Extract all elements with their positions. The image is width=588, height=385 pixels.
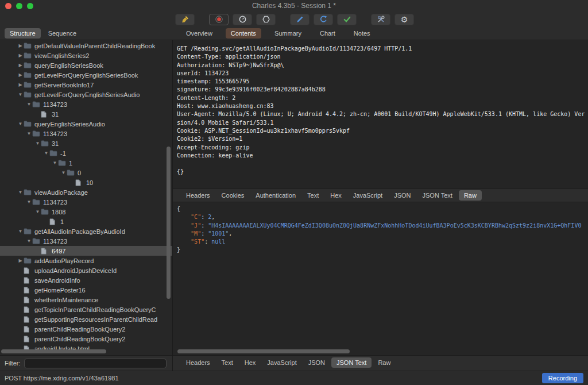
expand-arrow-icon[interactable]: ▶ (17, 72, 24, 78)
breakpoints-button[interactable] (256, 14, 276, 25)
tree-item[interactable]: saveAndroidInfo (0, 275, 172, 285)
request-tab-authentication[interactable]: Authentication (250, 190, 301, 201)
response-tab-json-text[interactable]: JSON Text (331, 357, 372, 368)
tree-item[interactable]: 31 (0, 109, 172, 119)
compose-button[interactable] (290, 14, 310, 25)
collapse-arrow-icon[interactable]: ▼ (34, 209, 41, 214)
file-icon (24, 306, 33, 313)
request-tab-json[interactable]: JSON (389, 190, 416, 201)
collapse-arrow-icon[interactable]: ▼ (26, 238, 32, 244)
throttle-button[interactable] (233, 14, 252, 25)
response-tab-json[interactable]: JSON (303, 357, 330, 368)
collapse-arrow-icon[interactable]: ▼ (17, 92, 24, 97)
collapse-arrow-icon[interactable]: ▼ (34, 141, 41, 146)
expand-arrow-icon[interactable]: ▶ (17, 82, 24, 87)
clear-button[interactable] (175, 14, 195, 25)
sidebar-horizontal-scrollbar[interactable] (1, 349, 106, 353)
response-horizontal-scrollbar[interactable] (177, 349, 350, 353)
main-tab-chart[interactable]: Chart (315, 28, 341, 38)
tree-item[interactable]: getTopicInParentChildReadingBookQueryC (0, 305, 172, 314)
tree-item[interactable]: ▶getLevelForQueryEnglishSeriesBook (0, 70, 172, 80)
tree-item[interactable]: ▼0 (0, 168, 172, 178)
tree-item[interactable]: uploadAndroidJpushDeviceId (0, 265, 172, 275)
folder-icon (24, 52, 33, 59)
tree-item[interactable]: ▼queryEnglishSeriesAudio (0, 119, 172, 129)
response-tab-headers[interactable]: Headers (181, 357, 215, 368)
main-tab-notes[interactable]: Notes (349, 28, 376, 38)
tree-item[interactable]: ▼1134723 (0, 99, 172, 109)
tree-item[interactable]: ▼1134723 (0, 129, 172, 138)
response-tab-hex[interactable]: Hex (239, 357, 261, 368)
collapse-arrow-icon[interactable]: ▼ (60, 170, 67, 175)
tree-item[interactable]: getHomePoster16 (0, 285, 172, 295)
tree-item[interactable]: ▼getLevelForQueryEnglishSeriesAudio (0, 90, 172, 99)
main-tab-overview[interactable]: Overview (181, 28, 218, 38)
tree-item[interactable]: ▶addAudioPlayRecord (0, 256, 172, 265)
tree-item-label: 10 (86, 179, 93, 186)
request-tab-cookies[interactable]: Cookies (216, 190, 250, 201)
expand-arrow-icon[interactable]: ▶ (17, 53, 24, 58)
tree-item[interactable]: ▶getDefaultValueInParentChildReadingBook (0, 41, 172, 51)
request-line: Content-Length: 2 (177, 94, 586, 102)
response-tab-javascript[interactable]: JavaScript (262, 357, 301, 368)
request-tab-raw[interactable]: Raw (459, 190, 482, 201)
tree-item[interactable]: getSupportingResourcesInParentChildRead (0, 314, 172, 324)
tree-item[interactable]: ▼31 (0, 138, 172, 148)
expand-arrow-icon[interactable]: ▶ (17, 63, 24, 68)
expand-arrow-icon[interactable]: ▶ (17, 43, 24, 48)
collapse-arrow-icon[interactable]: ▼ (17, 121, 24, 126)
status-bar: POST https://me.xdrig.com/v1/43a61981 Re… (0, 371, 588, 385)
tree-item[interactable]: ▶viewEnglishSeries2 (0, 51, 172, 60)
validate-button[interactable] (337, 14, 357, 25)
tree-item[interactable]: ▼1134723 (0, 197, 172, 207)
request-tab-headers[interactable]: Headers (181, 190, 215, 201)
response-json: { "C": 2, "J": "H4sIAAAAAAAEALXUy04CMRQG… (177, 205, 588, 255)
tree-item[interactable]: ▼viewAudioPackage (0, 187, 172, 197)
tree-item-label: uploadAndroidJpushDeviceId (34, 267, 117, 274)
request-tab-javascript[interactable]: JavaScript (348, 190, 388, 201)
filter-input[interactable] (24, 359, 167, 368)
close-button[interactable] (5, 3, 11, 9)
request-tab-hex[interactable]: Hex (325, 190, 347, 201)
recording-badge: Recording (542, 373, 583, 383)
tree-item[interactable]: 1 (0, 217, 172, 226)
tree-item[interactable]: parentChildReadingBookQuery2 (0, 334, 172, 344)
tree-item[interactable]: ▼-1 (0, 148, 172, 158)
collapse-arrow-icon[interactable]: ▼ (43, 151, 49, 156)
json-punctuation (177, 238, 191, 245)
settings-button[interactable]: ⚙ (394, 14, 414, 25)
collapse-arrow-icon[interactable]: ▼ (17, 229, 24, 234)
response-tab-raw[interactable]: Raw (373, 357, 396, 368)
tree-item[interactable]: ▼1134723 (0, 236, 172, 246)
request-tab-json-text[interactable]: JSON Text (417, 190, 458, 201)
collapse-arrow-icon[interactable]: ▼ (26, 102, 32, 107)
tree-item[interactable]: whetherInMaintenance (0, 295, 172, 305)
request-line: Authorization: NSTp9~)NwSfrXp@\ (177, 61, 586, 70)
minimize-button[interactable] (16, 3, 22, 9)
collapse-arrow-icon[interactable]: ▼ (17, 190, 24, 195)
collapse-arrow-icon[interactable]: ▼ (52, 160, 58, 165)
tree-item[interactable]: ▼1 (0, 158, 172, 168)
tree-item[interactable]: ▼getAllAudioInPackageByAudioId (0, 226, 172, 236)
tree-item[interactable]: parentChildReadingBookQuery2 (0, 324, 172, 334)
sidebar-vertical-scrollbar[interactable] (167, 147, 171, 299)
sidebar-tab-structure[interactable]: Structure (5, 28, 41, 38)
collapse-arrow-icon[interactable]: ▼ (26, 199, 32, 205)
tree-item[interactable]: ▶queryEnglishSeriesBook (0, 60, 172, 70)
repeat-button[interactable] (314, 14, 333, 25)
main-tab-contents[interactable]: Contents (226, 28, 261, 38)
request-tab-text[interactable]: Text (302, 190, 324, 201)
tree-item[interactable]: 10 (0, 178, 172, 187)
tree-item[interactable]: ▼1808 (0, 207, 172, 217)
zoom-button[interactable] (27, 3, 33, 9)
collapse-arrow-icon[interactable]: ▼ (26, 131, 32, 136)
tools-button[interactable] (371, 14, 390, 25)
response-tab-text[interactable]: Text (216, 357, 238, 368)
sidebar-tab-sequence[interactable]: Sequence (43, 28, 82, 38)
record-button[interactable] (209, 14, 229, 25)
expand-arrow-icon[interactable]: ▶ (17, 258, 24, 263)
main-tab-summary[interactable]: Summary (269, 28, 307, 38)
tree-item-label: parentChildReadingBookQuery2 (34, 326, 125, 333)
tree-item[interactable]: 6497 (0, 246, 172, 256)
tree-item[interactable]: ▶getServerBookInfo17 (0, 80, 172, 90)
